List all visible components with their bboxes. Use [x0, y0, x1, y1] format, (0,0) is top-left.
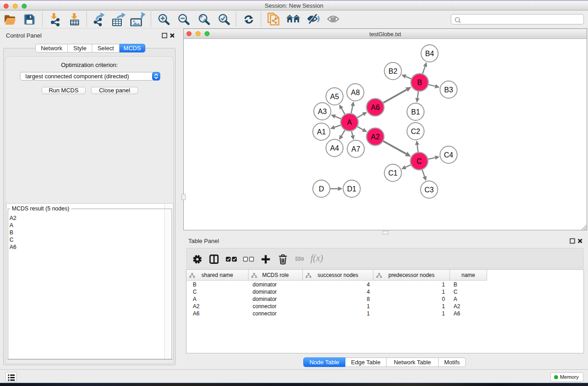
svg-text:A3: A3 [318, 108, 327, 115]
svg-text:C4: C4 [444, 151, 454, 159]
svg-text:A2: A2 [371, 133, 380, 141]
svg-text:B1: B1 [411, 108, 420, 116]
svg-text:D: D [319, 185, 324, 193]
svg-text:B3: B3 [444, 86, 453, 94]
svg-text:C3: C3 [425, 186, 434, 194]
svg-text:A5: A5 [330, 93, 339, 100]
svg-text:A1: A1 [317, 128, 326, 136]
svg-text:A7: A7 [351, 145, 360, 153]
svg-text:C: C [416, 157, 422, 165]
svg-text:B4: B4 [425, 50, 434, 57]
svg-text:A8: A8 [351, 89, 360, 96]
svg-text:B2: B2 [388, 67, 397, 75]
svg-text:A: A [347, 119, 352, 126]
svg-text:D1: D1 [347, 185, 357, 193]
svg-text:C2: C2 [411, 128, 421, 135]
svg-text:A4: A4 [330, 144, 339, 152]
svg-text:B: B [417, 79, 422, 86]
svg-text:A6: A6 [371, 104, 380, 111]
svg-text:C1: C1 [388, 169, 398, 177]
